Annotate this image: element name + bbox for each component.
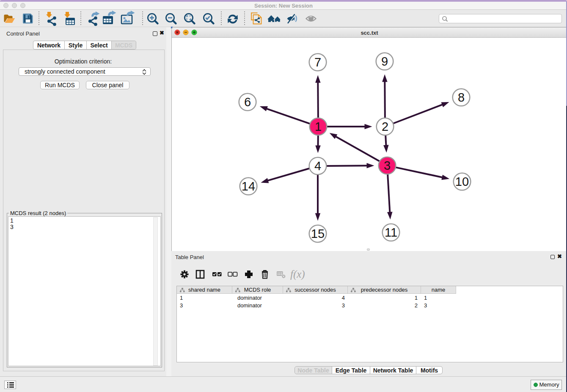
svg-text:1: 1 (315, 120, 322, 133)
svg-text:10: 10 (455, 175, 469, 188)
svg-text:7: 7 (314, 55, 321, 69)
svg-text:8: 8 (458, 91, 465, 104)
svg-text:4: 4 (314, 159, 321, 173)
svg-text:f(x): f(x) (290, 268, 305, 280)
svg-text:15: 15 (311, 227, 325, 240)
svg-text:3: 3 (384, 159, 391, 172)
svg-text:2: 2 (382, 120, 388, 133)
svg-text:11: 11 (385, 226, 397, 239)
svg-text:6: 6 (244, 95, 251, 109)
svg-text:14: 14 (242, 179, 255, 193)
svg-text:9: 9 (381, 55, 388, 68)
